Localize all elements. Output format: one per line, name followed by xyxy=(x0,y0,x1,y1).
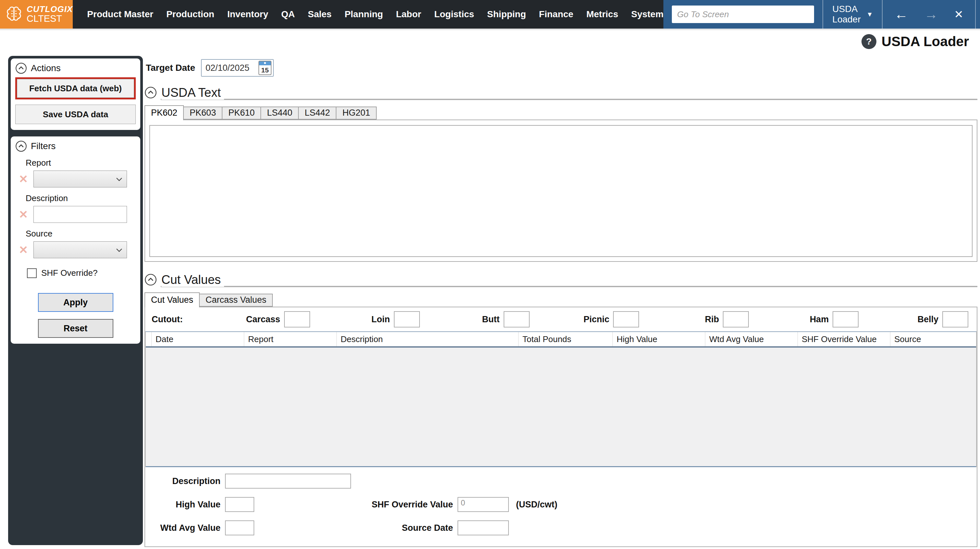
main-content: Target Date 02/10/2025 15 USDA Text PK60… xyxy=(145,56,977,547)
cutout-field-input[interactable] xyxy=(394,311,420,327)
filters-panel: Filters Report ✕ Description ✕ Source ✕ … xyxy=(11,136,140,344)
shf-override-checkbox[interactable] xyxy=(27,268,37,278)
collapse-usda-text-icon[interactable] xyxy=(145,86,157,99)
cut-values-tab[interactable]: Cut Values xyxy=(145,292,200,307)
cut-values-tabpage: Cutout: Carcass Loin Butt xyxy=(145,306,977,547)
fetch-usda-data-button[interactable]: Fetch USDA data (web) xyxy=(17,79,134,98)
collapse-filters-icon[interactable] xyxy=(15,140,27,152)
usda-text-tab[interactable]: LS442 xyxy=(298,107,336,120)
grid-column-header[interactable]: Report xyxy=(244,332,337,346)
source-filter-select[interactable] xyxy=(33,241,127,258)
target-date-label: Target Date xyxy=(146,63,195,73)
actions-panel-title: Actions xyxy=(31,63,61,73)
grid-column-header[interactable]: Source xyxy=(890,332,976,346)
menu-item[interactable]: Inventory xyxy=(227,9,268,19)
menu-item[interactable]: Planning xyxy=(345,9,383,19)
description-filter-label: Description xyxy=(25,193,136,203)
clear-description-icon[interactable]: ✕ xyxy=(17,208,30,221)
help-icon[interactable]: ? xyxy=(861,34,877,49)
back-button[interactable]: ← xyxy=(894,8,908,21)
cutout-field-label: Picnic xyxy=(584,314,609,324)
grid-column-header[interactable]: SHF Override Value xyxy=(798,332,890,346)
forward-button[interactable]: → xyxy=(924,8,938,21)
screen-selector-label: USDA Loader xyxy=(832,4,861,25)
cutout-field-input[interactable] xyxy=(504,311,530,327)
usda-text-tab[interactable]: LS440 xyxy=(261,107,299,120)
cutout-field-label: Loin xyxy=(371,314,390,324)
menu-item[interactable]: Labor xyxy=(396,9,421,19)
screen-selector-dropdown[interactable]: USDA Loader ▼ xyxy=(822,0,882,29)
chevron-down-icon xyxy=(116,248,123,252)
usd-cwt-unit-label: (USD/cwt) xyxy=(516,500,558,510)
menu-item[interactable]: Production xyxy=(166,9,214,19)
grid-column-header[interactable]: Description xyxy=(337,332,519,346)
menu-item[interactable]: Shipping xyxy=(487,9,526,19)
target-date-input[interactable]: 02/10/2025 15 xyxy=(201,59,274,77)
reset-button[interactable]: Reset xyxy=(38,319,113,338)
menu-item[interactable]: QA xyxy=(281,9,295,19)
apply-button[interactable]: Apply xyxy=(38,293,113,312)
clear-report-icon[interactable]: ✕ xyxy=(17,172,30,185)
shf-override-value-input[interactable]: 0 xyxy=(458,497,509,512)
menu-item[interactable]: Sales xyxy=(308,9,331,19)
report-filter-label: Report xyxy=(25,158,136,168)
menu-item[interactable]: Product Master xyxy=(87,9,153,19)
report-filter-select[interactable] xyxy=(33,171,127,187)
menu-item[interactable]: System xyxy=(631,9,664,19)
cutout-field-label: Carcass xyxy=(246,314,280,324)
section-divider xyxy=(161,286,977,287)
usda-text-tab[interactable]: PK603 xyxy=(183,107,223,120)
brand-environment: CLTEST xyxy=(27,14,73,24)
collapse-actions-icon[interactable] xyxy=(15,62,27,74)
top-navbar: CUTLOGIX CLTEST Product MasterProduction… xyxy=(0,0,980,29)
go-to-screen-input[interactable] xyxy=(672,6,814,23)
grid-column-header[interactable]: Date xyxy=(152,332,244,346)
menu-item[interactable]: Metrics xyxy=(587,9,618,19)
source-filter-label: Source xyxy=(25,229,136,239)
grid-column-header[interactable]: Wtd Avg Value xyxy=(705,332,798,346)
page-title: USDA Loader xyxy=(881,34,969,49)
cutout-field-input[interactable] xyxy=(942,311,968,327)
clear-source-icon[interactable]: ✕ xyxy=(17,243,30,256)
cutout-field-input[interactable] xyxy=(832,311,859,327)
high-value-input[interactable] xyxy=(225,497,254,512)
grid-body[interactable] xyxy=(146,348,976,467)
grid-column-header[interactable]: High Value xyxy=(613,332,705,346)
page-header: ? USDA Loader xyxy=(861,34,969,49)
shf-override-label: SHF Override? xyxy=(41,268,97,278)
navbar-divider xyxy=(0,29,980,30)
shf-override-value-label: SHF Override Value xyxy=(254,500,453,510)
description-filter-input[interactable] xyxy=(33,206,127,223)
wtd-avg-value-input[interactable] xyxy=(225,520,254,535)
chevron-down-icon: ▼ xyxy=(867,11,873,18)
go-to-screen-wrapper xyxy=(663,0,822,29)
cutout-field-label: Ham xyxy=(810,314,829,324)
usda-text-tab[interactable]: PK610 xyxy=(222,107,261,120)
usda-text-section-title: USDA Text xyxy=(161,86,224,100)
left-sidebar: Actions Fetch USDA data (web) Save USDA … xyxy=(8,56,143,545)
usda-text-content[interactable] xyxy=(150,125,972,257)
cutout-field-input[interactable] xyxy=(613,311,639,327)
favorite-star-button[interactable]: ☆ xyxy=(975,0,980,29)
save-usda-data-button[interactable]: Save USDA data xyxy=(15,105,136,124)
close-screen-button[interactable]: ✕ xyxy=(954,9,963,20)
source-date-input[interactable] xyxy=(458,520,509,535)
target-date-value: 02/10/2025 xyxy=(205,63,250,73)
description-form-input[interactable] xyxy=(225,474,351,488)
cutout-fields: Carcass Loin Butt Picnic xyxy=(200,311,968,327)
description-form-label: Description xyxy=(145,476,221,486)
brand-logo[interactable]: CUTLOGIX CLTEST xyxy=(0,0,73,29)
usda-text-tab[interactable]: HG201 xyxy=(336,107,377,120)
grid-column-header[interactable]: Total Pounds xyxy=(519,332,613,346)
menu-item[interactable]: Logistics xyxy=(434,9,474,19)
menu-item[interactable]: Finance xyxy=(539,9,573,19)
cutout-field-input[interactable] xyxy=(284,311,310,327)
collapse-cut-values-icon[interactable] xyxy=(145,273,157,286)
calendar-icon[interactable]: 15 xyxy=(258,61,272,75)
cutout-field-input[interactable] xyxy=(723,311,749,327)
cut-values-section-title: Cut Values xyxy=(161,273,224,287)
cut-values-tab[interactable]: Carcass Values xyxy=(199,294,273,306)
source-date-label: Source Date xyxy=(254,523,453,533)
usda-text-tab[interactable]: PK602 xyxy=(145,105,184,120)
cutout-field-label: Butt xyxy=(482,314,500,324)
